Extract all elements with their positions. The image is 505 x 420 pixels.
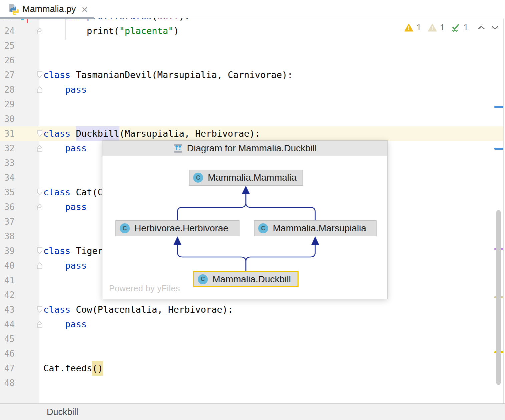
diagram-popup-header[interactable]: Diagram for Mammalia.Duckbill (102, 141, 387, 156)
popup-title: Diagram for Mammalia.Duckbill (187, 143, 317, 154)
yfiles-watermark: Powered by yFiles (109, 284, 180, 293)
diagram-node-mammalia-mammalia[interactable]: CMammalia.Mammalia (189, 170, 303, 186)
node-label: Mammalia.Duckbill (212, 274, 291, 285)
code-line (0, 97, 505, 112)
next-problem-chevron-down-icon[interactable] (491, 25, 499, 30)
diagram-popup: Diagram for Mammalia.Duckbill CMammalia.… (102, 140, 388, 299)
close-tab-icon[interactable]: × (82, 5, 88, 14)
vertical-scrollbar[interactable] (496, 210, 501, 385)
diagram-node-herbivorae-herbivorae[interactable]: CHerbivorae.Herbivorae (115, 220, 239, 236)
diagram-icon (173, 143, 183, 153)
node-label: Mammalia.Mammalia (208, 172, 297, 183)
class-icon: C (120, 223, 130, 233)
code-line: class TasmanianDevil(Marsupialia, Carniv… (0, 68, 505, 82)
editor-tab-bar: Mammalia.py × (0, 0, 505, 18)
active-tab-underline (0, 17, 94, 19)
diagram-node-mammalia-marsupialia[interactable]: CMammalia.Marsupialia (254, 220, 377, 236)
diagram-node-mammalia-duckbill[interactable]: CMammalia.Duckbill (193, 271, 299, 287)
editor-right-border (503, 18, 504, 403)
code-line (0, 53, 505, 68)
code-line: class Duckbill(Marsupialia, Herbivorae): (0, 126, 505, 141)
node-label: Herbivorae.Herbivorae (134, 223, 228, 234)
code-line (0, 376, 505, 390)
code-line: Cat.feeds() (0, 361, 505, 376)
class-icon: C (258, 223, 268, 233)
diagram-canvas[interactable]: CMammalia.MammaliaCHerbivorae.Herbivorae… (102, 156, 387, 299)
previous-problem-chevron-up-icon[interactable] (477, 25, 485, 30)
warning-icon[interactable] (404, 24, 414, 32)
tab-label: Mammalia.py (22, 4, 76, 14)
code-line (0, 112, 505, 126)
inspections-ok-icon[interactable] (451, 23, 461, 32)
code-line (0, 38, 505, 53)
class-icon: C (198, 274, 208, 284)
gutter-mark-red (27, 18, 28, 23)
inspections-widget: 1 1 1 (404, 22, 499, 33)
stripe-mark-blue[interactable] (494, 106, 503, 108)
code-line (0, 346, 505, 361)
code-line: class Cow(Placentalia, Herbivorae): (0, 302, 505, 317)
node-label: Mammalia.Marsupialia (273, 223, 366, 234)
weak-warning-count: 1 (440, 22, 445, 33)
warning-count: 1 (417, 22, 421, 33)
status-bar: Duckbill (0, 403, 505, 420)
ok-count: 1 (464, 22, 468, 33)
code-line: pass (0, 82, 505, 97)
pycharm-window: Mammalia.py × 23242526272829303132333435… (0, 0, 505, 420)
class-icon: C (193, 173, 203, 183)
python-file-icon (7, 4, 19, 15)
weak-warning-icon[interactable] (428, 24, 437, 32)
code-line: pass (0, 317, 505, 332)
status-bar-text: Duckbill (47, 407, 78, 417)
code-line (0, 332, 505, 346)
tab-mammalia-py[interactable]: Mammalia.py × (0, 0, 94, 18)
stripe-mark-blue[interactable] (494, 148, 503, 150)
